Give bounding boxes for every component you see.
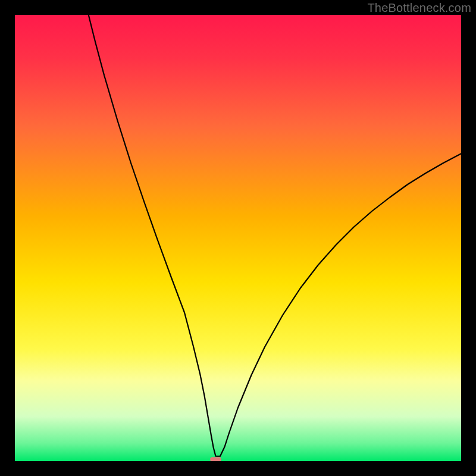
chart-frame: TheBottleneck.com bbox=[0, 0, 476, 476]
gradient-background bbox=[15, 15, 461, 461]
chart-svg bbox=[15, 15, 461, 461]
plot-area bbox=[15, 15, 461, 461]
watermark-text: TheBottleneck.com bbox=[367, 1, 471, 15]
target-marker bbox=[210, 457, 221, 461]
